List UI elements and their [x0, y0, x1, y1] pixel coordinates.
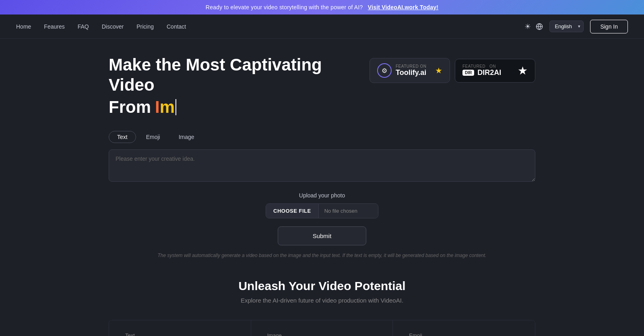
- stat-text-label: Text: [125, 332, 147, 336]
- animated-char-I: I: [155, 97, 160, 117]
- text-cursor: [175, 99, 176, 115]
- nav-discover[interactable]: Discover: [102, 23, 124, 30]
- stat-text: Text 14 TXT: [109, 320, 251, 336]
- nav-contact[interactable]: Contact: [167, 23, 186, 30]
- banner-link[interactable]: Visit VideoAI.work Today!: [368, 4, 438, 10]
- nav-home[interactable]: Home: [16, 23, 31, 30]
- theme-toggle-icon[interactable]: ☀: [524, 22, 531, 31]
- dir2ai-badge-top: FEATURED ON: [462, 64, 514, 68]
- banner-text: Ready to elevate your video storytelling…: [206, 4, 363, 10]
- hero-section: Make the Most Captivating Video From Im …: [109, 55, 535, 119]
- submit-button[interactable]: Submit: [278, 226, 366, 245]
- toolify-badge-top: FEATURED ON: [396, 64, 426, 68]
- file-input-wrapper[interactable]: CHOOSE FILE No file chosen: [266, 203, 378, 218]
- language-icon[interactable]: [536, 23, 543, 30]
- navbar: Home Feaures FAQ Discover Pricing Contac…: [0, 15, 644, 39]
- file-name-display: No file chosen: [319, 204, 378, 218]
- tab-emoji[interactable]: Emoji: [138, 131, 169, 143]
- toolify-badge[interactable]: ⚙ FEATURED ON Toolify.ai ★: [369, 58, 450, 83]
- upload-label: Upload your photo: [299, 192, 345, 199]
- language-selector[interactable]: English 中文 Español: [549, 21, 584, 32]
- stat-emoji-info: Emoji 4: [409, 332, 422, 336]
- dir2ai-badge-text: FEATURED ON DIR DIR2AI: [462, 64, 514, 77]
- upload-section: Upload your photo CHOOSE FILE No file ch…: [109, 192, 535, 218]
- hero-title-line1: Make the Most Captivating Video: [109, 55, 353, 95]
- stats-title: Unleash Your Video Potential: [109, 279, 535, 293]
- stat-image-info: Image 32: [267, 332, 289, 336]
- dir2ai-badge[interactable]: FEATURED ON DIR DIR2AI ★: [455, 59, 535, 83]
- sign-in-button[interactable]: Sign In: [590, 20, 628, 33]
- stats-section: Unleash Your Video Potential Explore the…: [109, 279, 535, 336]
- dir2ai-star-icon: ★: [518, 64, 528, 77]
- nav-features[interactable]: Feaures: [44, 23, 64, 30]
- stat-image: Image 32: [251, 320, 393, 336]
- animated-text: Im: [155, 97, 176, 117]
- tab-image[interactable]: Image: [170, 131, 203, 143]
- toolify-star-icon: ★: [435, 66, 442, 75]
- disclaimer-text: The system will automatically generate a…: [109, 252, 535, 259]
- nav-right: ☀ English 中文 Español Sign In: [524, 20, 628, 33]
- creative-idea-textarea[interactable]: [109, 149, 535, 182]
- nav-faq[interactable]: FAQ: [78, 23, 89, 30]
- stat-text-info: Text 14: [125, 332, 147, 336]
- toolify-badge-main: Toolify.ai: [396, 68, 426, 77]
- stats-grid: Text 14 TXT Image 32: [109, 320, 535, 336]
- form-tabs: Text Emoji Image: [109, 131, 535, 143]
- hero-left: Make the Most Captivating Video From Im: [109, 55, 353, 119]
- hero-badges: ⚙ FEATURED ON Toolify.ai ★ FEATURED ON D…: [369, 58, 535, 83]
- stats-subtitle: Explore the AI-driven future of video pr…: [109, 297, 535, 304]
- dir2ai-main-text: DIR2AI: [477, 68, 501, 77]
- hero-prefix: From: [109, 97, 151, 117]
- submit-section: Submit: [109, 226, 535, 245]
- nav-links: Home Feaures FAQ Discover Pricing Contac…: [16, 23, 186, 30]
- stat-emoji-label: Emoji: [409, 332, 422, 336]
- toolify-badge-icon: ⚙: [377, 63, 392, 78]
- language-select[interactable]: English 中文 Español: [549, 21, 584, 32]
- top-banner: Ready to elevate your video storytelling…: [0, 0, 644, 15]
- nav-icon-group: ☀: [524, 22, 543, 31]
- nav-pricing[interactable]: Pricing: [136, 23, 154, 30]
- choose-file-button[interactable]: CHOOSE FILE: [266, 204, 319, 218]
- hero-title-line2: From Im: [109, 97, 353, 117]
- stat-emoji: Emoji 4: [393, 320, 535, 336]
- animated-char-m: m: [160, 97, 175, 117]
- dir2ai-badge-main: DIR DIR2AI: [462, 68, 514, 77]
- main-content: Make the Most Captivating Video From Im …: [101, 39, 543, 336]
- tab-text[interactable]: Text: [109, 131, 136, 143]
- stat-image-label: Image: [267, 332, 289, 336]
- dir2ai-dir-icon: DIR: [462, 70, 474, 76]
- toolify-badge-text: FEATURED ON Toolify.ai: [396, 64, 426, 77]
